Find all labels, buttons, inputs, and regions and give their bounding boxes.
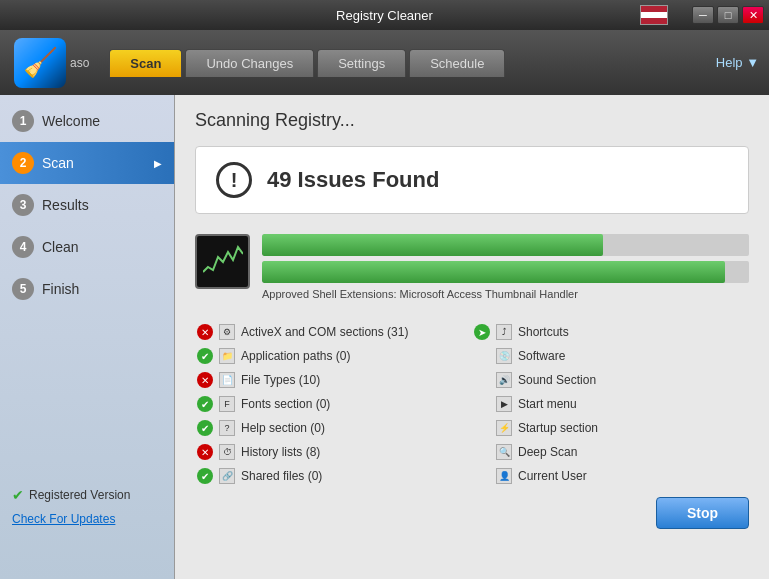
sidebar-label-results: Results — [42, 197, 89, 213]
item-icon-startup: ⚡ — [496, 420, 512, 436]
status-neutral-icon — [474, 468, 490, 484]
stop-button[interactable]: Stop — [656, 497, 749, 529]
item-icon-filetypes: 📄 — [219, 372, 235, 388]
sidebar-item-clean[interactable]: 4 Clean — [0, 226, 174, 268]
list-item: ✕ 📄 File Types (10) — [195, 368, 472, 392]
flag-icon — [640, 5, 668, 25]
list-item: ⚡ Startup section — [472, 416, 749, 440]
step-num-3: 3 — [12, 194, 34, 216]
list-item: ✕ ⚙ ActiveX and COM sections (31) — [195, 320, 472, 344]
registered-badge: ✔ Registered Version — [12, 487, 163, 503]
items-grid: ✕ ⚙ ActiveX and COM sections (31) ✔ 📁 Ap… — [195, 320, 749, 488]
check-updates-link[interactable]: Check For Updates — [12, 512, 115, 526]
sidebar-item-finish[interactable]: 5 Finish — [0, 268, 174, 310]
registered-label: Registered Version — [29, 488, 130, 502]
item-label-help: Help section (0) — [241, 421, 325, 435]
list-item: 🔍 Deep Scan — [472, 440, 749, 464]
status-ok-icon: ✔ — [197, 420, 213, 436]
item-label-apppaths: Application paths (0) — [241, 349, 350, 363]
sidebar-item-welcome[interactable]: 1 Welcome — [0, 100, 174, 142]
progress-bars: Approved Shell Extensions: Microsoft Acc… — [262, 234, 749, 300]
item-label-startup: Startup section — [518, 421, 598, 435]
maximize-button[interactable]: □ — [717, 6, 739, 24]
list-item: ✔ F Fonts section (0) — [195, 392, 472, 416]
item-label-filetypes: File Types (10) — [241, 373, 320, 387]
content-area: Scanning Registry... ! 49 Issues Found A… — [175, 95, 769, 579]
step-num-5: 5 — [12, 278, 34, 300]
step-num-1: 1 — [12, 110, 34, 132]
item-icon-appaths: 📁 — [219, 348, 235, 364]
status-ok-icon: ✔ — [197, 396, 213, 412]
issues-count: 49 Issues Found — [267, 167, 439, 193]
right-items-column: ➤ ⤴ Shortcuts 💿 Software 🔊 Sound Section — [472, 320, 749, 488]
list-item: 👤 Current User — [472, 464, 749, 488]
left-items-column: ✕ ⚙ ActiveX and COM sections (31) ✔ 📁 Ap… — [195, 320, 472, 488]
item-icon-software: 💿 — [496, 348, 512, 364]
aso-label: aso — [70, 56, 89, 70]
main-container: 1 Welcome 2 Scan ▶ 3 Results 4 Clean 5 F… — [0, 95, 769, 579]
status-neutral-icon — [474, 444, 490, 460]
list-item: ✔ ? Help section (0) — [195, 416, 472, 440]
item-icon-currentuser: 👤 — [496, 468, 512, 484]
status-neutral-icon — [474, 420, 490, 436]
scanning-title: Scanning Registry... — [195, 110, 749, 131]
tab-undo-changes[interactable]: Undo Changes — [185, 49, 314, 77]
item-icon-activex: ⚙ — [219, 324, 235, 340]
sidebar-label-finish: Finish — [42, 281, 79, 297]
progress-bar-1-fill — [262, 234, 603, 256]
help-button[interactable]: Help ▼ — [716, 55, 759, 70]
item-label-currentuser: Current User — [518, 469, 587, 483]
close-button[interactable]: ✕ — [742, 6, 764, 24]
sidebar-item-scan[interactable]: 2 Scan ▶ — [0, 142, 174, 184]
sidebar-item-results[interactable]: 3 Results — [0, 184, 174, 226]
status-neutral-icon — [474, 396, 490, 412]
item-icon-fonts: F — [219, 396, 235, 412]
progress-bar-2 — [262, 261, 749, 283]
item-label-activex: ActiveX and COM sections (31) — [241, 325, 408, 339]
list-item: ▶ Start menu — [472, 392, 749, 416]
status-arrow-icon: ➤ — [474, 324, 490, 340]
app-logo: 🧹 — [10, 35, 70, 90]
step-num-4: 4 — [12, 236, 34, 258]
sidebar: 1 Welcome 2 Scan ▶ 3 Results 4 Clean 5 F… — [0, 95, 175, 579]
progress-bar-1 — [262, 234, 749, 256]
list-item: ➤ ⤴ Shortcuts — [472, 320, 749, 344]
list-item: 💿 Software — [472, 344, 749, 368]
tab-scan[interactable]: Scan — [109, 49, 182, 77]
progress-label: Approved Shell Extensions: Microsoft Acc… — [262, 288, 749, 300]
item-label-startmenu: Start menu — [518, 397, 577, 411]
status-error-icon: ✕ — [197, 324, 213, 340]
item-icon-shared: 🔗 — [219, 468, 235, 484]
progress-bar-2-fill — [262, 261, 725, 283]
status-neutral-icon — [474, 348, 490, 364]
minimize-button[interactable]: ─ — [692, 6, 714, 24]
status-neutral-icon — [474, 372, 490, 388]
status-error-icon: ✕ — [197, 444, 213, 460]
item-label-sound: Sound Section — [518, 373, 596, 387]
item-label-history: History lists (8) — [241, 445, 320, 459]
step-num-2: 2 — [12, 152, 34, 174]
list-item: ✔ 🔗 Shared files (0) — [195, 464, 472, 488]
item-label-shortcuts: Shortcuts — [518, 325, 569, 339]
progress-animation-icon — [195, 234, 250, 289]
status-error-icon: ✕ — [197, 372, 213, 388]
status-ok-icon: ✔ — [197, 348, 213, 364]
item-label-shared: Shared files (0) — [241, 469, 322, 483]
title-bar: Registry Cleaner ─ □ ✕ — [0, 0, 769, 30]
window-controls: ─ □ ✕ — [692, 6, 764, 24]
tab-schedule[interactable]: Schedule — [409, 49, 505, 77]
logo-box: 🧹 — [14, 38, 66, 88]
sidebar-label-scan: Scan — [42, 155, 74, 171]
tab-settings[interactable]: Settings — [317, 49, 406, 77]
warning-icon: ! — [216, 162, 252, 198]
issues-box: ! 49 Issues Found — [195, 146, 749, 214]
item-label-deepscan: Deep Scan — [518, 445, 577, 459]
status-ok-icon: ✔ — [197, 468, 213, 484]
item-label-software: Software — [518, 349, 565, 363]
sidebar-label-welcome: Welcome — [42, 113, 100, 129]
item-label-fonts: Fonts section (0) — [241, 397, 330, 411]
item-icon-deepscan: 🔍 — [496, 444, 512, 460]
sidebar-arrow-icon: ▶ — [154, 158, 162, 169]
header: 🧹 aso Scan Undo Changes Settings Schedul… — [0, 30, 769, 95]
item-icon-shortcuts: ⤴ — [496, 324, 512, 340]
